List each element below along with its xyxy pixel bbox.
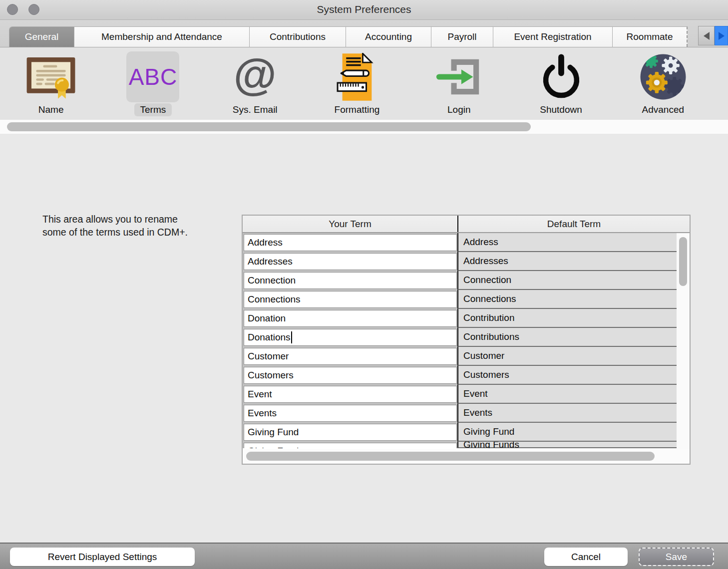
table-row: Donation Contribution (243, 309, 690, 328)
your-term-input[interactable]: Donations (244, 329, 457, 346)
toolbar-scrollbar-thumb[interactable] (7, 122, 531, 131)
default-term-value: Event (463, 388, 488, 399)
your-term-input[interactable]: Connection (244, 272, 457, 289)
your-term-input[interactable]: Giving Funds (244, 443, 457, 448)
toolbar-item-name[interactable]: Name (0, 51, 102, 120)
toolbar-item-formatting[interactable]: Formatting (306, 51, 408, 120)
your-term-cell[interactable]: Addresses (243, 252, 457, 271)
default-term-cell: Customer (457, 347, 677, 366)
table-vertical-scrollbar[interactable] (677, 233, 690, 449)
default-term-cell: Contribution (457, 309, 677, 328)
chevron-left-icon (703, 31, 711, 40)
default-term-cell: Addresses (457, 252, 677, 271)
your-term-value: Connection (248, 275, 296, 286)
your-term-cell[interactable]: Connections (243, 290, 457, 309)
your-term-value: Events (248, 408, 277, 419)
your-term-input[interactable]: Events (244, 405, 457, 422)
your-term-input[interactable]: Connections (244, 291, 457, 308)
your-term-input[interactable]: Event (244, 386, 457, 403)
toolbar-item-label: Shutdown (534, 103, 588, 116)
default-term-cell: Events (457, 404, 677, 423)
your-term-input[interactable]: Giving Fund (244, 424, 457, 441)
toolbar-item-label: Formatting (329, 103, 386, 116)
default-term-cell: Connection (457, 271, 677, 290)
your-term-input[interactable]: Donation (244, 310, 457, 327)
tab-general[interactable]: General (9, 26, 74, 47)
toolbar-item-terms[interactable]: ABC Terms (102, 51, 204, 120)
table-horizontal-scrollbar[interactable] (243, 449, 690, 464)
your-term-cell[interactable]: Donation (243, 309, 457, 328)
tab-accounting[interactable]: Accounting (346, 26, 431, 47)
default-term-value: Connections (463, 293, 516, 304)
your-term-cell[interactable]: Giving Fund (243, 423, 457, 442)
default-term-cell: Connections (457, 290, 677, 309)
your-term-input[interactable]: Customer (244, 348, 457, 365)
tab-payroll[interactable]: Payroll (431, 26, 493, 47)
title-bar: System Preferences (0, 0, 728, 20)
footer-bar: Revert Displayed Settings Cancel Save (0, 543, 728, 569)
your-term-cell[interactable]: Event (243, 385, 457, 404)
table-row: Events Events (243, 404, 690, 423)
your-term-value: Donation (248, 313, 286, 324)
toolbar-item-shutdown[interactable]: Shutdown (510, 51, 612, 120)
tab-scroller (698, 26, 728, 45)
your-term-cell[interactable]: Address (243, 233, 457, 252)
default-term-value: Connection (463, 275, 511, 285)
your-term-value: Customers (248, 370, 294, 381)
scroll-tabs-left-button[interactable] (698, 26, 715, 45)
your-term-input[interactable]: Address (244, 234, 457, 251)
default-term-value: Address (463, 237, 498, 248)
table-header: Your Term Default Term (243, 216, 690, 233)
table-row: Addresses Addresses (243, 252, 690, 271)
tab-contributions[interactable]: Contributions (250, 26, 346, 47)
revert-displayed-settings-button[interactable]: Revert Displayed Settings (10, 548, 195, 566)
your-term-input[interactable]: Customers (244, 367, 457, 384)
your-term-value: Giving Fund (248, 427, 299, 438)
your-term-cell[interactable]: Events (243, 404, 457, 423)
default-term-value: Events (463, 407, 492, 418)
description-line-1: This area allows you to rename (42, 213, 188, 226)
your-term-cell[interactable]: Customers (243, 366, 457, 385)
column-header-your-term: Your Term (243, 216, 457, 232)
default-term-cell: Giving Fund (457, 423, 677, 442)
text-cursor (291, 331, 292, 343)
description-line-2: some of the terms used in CDM+. (42, 226, 188, 239)
your-term-cell[interactable]: Giving Funds (243, 442, 457, 448)
vertical-scrollbar-thumb[interactable] (679, 237, 687, 286)
your-term-cell[interactable]: Donations (243, 328, 457, 347)
your-term-value: Customer (248, 351, 289, 362)
default-term-cell: Giving Funds (457, 442, 677, 448)
cancel-button[interactable]: Cancel (544, 548, 628, 566)
horizontal-scrollbar-thumb[interactable] (246, 452, 655, 461)
your-term-cell[interactable]: Customer (243, 347, 457, 366)
toolbar-item-label: Advanced (636, 103, 691, 116)
column-header-default-term: Default Term (457, 216, 690, 232)
your-term-cell[interactable]: Connection (243, 271, 457, 290)
toolbar-item-label: Login (441, 103, 477, 116)
default-term-cell: Address (457, 233, 677, 252)
table-row: Connections Connections (243, 290, 690, 309)
scroll-tabs-right-button[interactable] (715, 26, 728, 45)
tab-event-registration[interactable]: Event Registration (493, 26, 613, 47)
your-term-value: Addresses (248, 256, 293, 267)
table-rows: Address Address Addresses Addresses Conn… (243, 233, 690, 448)
your-term-input[interactable]: Addresses (244, 253, 457, 270)
terms-table: Your Term Default Term Address Address A… (242, 215, 691, 465)
tab-strip: General Membership and Attendance Contri… (0, 20, 728, 47)
default-term-value: Contribution (463, 312, 514, 323)
toolbar-scrollbar (0, 120, 728, 134)
toolbar-item-login[interactable]: Login (408, 51, 510, 120)
tab-membership-and-attendance[interactable]: Membership and Attendance (74, 26, 250, 47)
tab-roommate[interactable]: Roommate (613, 26, 688, 47)
your-term-value: Connections (248, 294, 301, 305)
toolbar-item-advanced[interactable]: Advanced (612, 51, 714, 120)
general-terms-pane: This area allows you to rename some of t… (0, 134, 728, 543)
table-row: Connection Connection (243, 271, 690, 290)
tab-bar: General Membership and Attendance Contri… (9, 26, 688, 47)
save-button[interactable]: Save (639, 548, 714, 566)
toolbar-item-sys-email[interactable]: @ Sys. Email (204, 51, 306, 120)
toolbar-item-label: Terms (134, 103, 172, 116)
document-ruler-pencil-icon (331, 51, 383, 102)
power-icon (535, 51, 588, 102)
gears-icon (637, 51, 690, 102)
